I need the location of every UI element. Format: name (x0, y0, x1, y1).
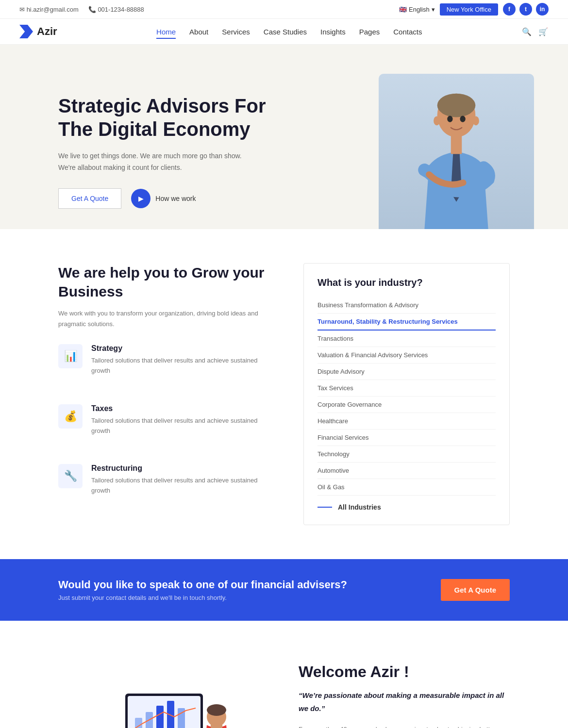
industry-item-5[interactable]: Tax Services (317, 380, 496, 397)
topbar-phone: 001-1234-88888 (88, 6, 144, 13)
svg-point-5 (434, 116, 440, 126)
service-item-taxes: 💰 Taxes Tailored solutions that deliver … (58, 404, 265, 451)
nav-pages[interactable]: Pages (359, 28, 380, 38)
welcome-section: Welcome Azir ! “We’re passionate about m… (0, 621, 568, 728)
services-heading: We are help you to Grow your Business (58, 263, 265, 301)
facebook-icon[interactable]: f (503, 3, 516, 16)
svg-point-4 (460, 116, 466, 122)
welcome-body: For more than 40 years, we've been passi… (299, 724, 510, 728)
get-quote-button[interactable]: Get A Quote (58, 188, 121, 209)
topbar-email: hi.azir@gmail.com (19, 6, 79, 13)
service-items: 📊 Strategy Tailored solutions that deliv… (58, 344, 265, 511)
industry-box: What is your industry? Business Transfor… (303, 263, 510, 525)
strategy-desc: Tailored solutions that deliver results … (91, 356, 265, 376)
hero-subtext: We live to get things done. We are much … (58, 150, 243, 174)
restructuring-icon: 🔧 (58, 464, 83, 488)
nav-contacts[interactable]: Contacts (393, 28, 422, 38)
language-label: English (409, 6, 430, 13)
service-item-strategy: 📊 Strategy Tailored solutions that deliv… (58, 344, 265, 391)
svg-rect-2 (451, 136, 462, 154)
logo[interactable]: Azir (19, 25, 57, 38)
industry-item-8[interactable]: Financial Services (317, 430, 496, 446)
industry-item-2[interactable]: Transactions (317, 331, 496, 347)
twitter-icon[interactable]: t (519, 3, 532, 16)
svg-point-3 (447, 116, 452, 122)
taxes-title: Taxes (91, 404, 265, 413)
svg-point-1 (437, 94, 476, 117)
person-illustration (388, 83, 524, 229)
industry-item-10[interactable]: Automotive (317, 463, 496, 479)
services-section: We are help you to Grow your Business We… (0, 229, 568, 559)
industry-item-0[interactable]: Business Transformation & Advisory (317, 297, 496, 314)
nav-links: Home About Services Case Studies Insight… (156, 28, 422, 36)
cta-heading: Would you like to speak to one of our fi… (58, 579, 347, 591)
cta-button[interactable]: Get A Quote (441, 579, 510, 601)
taxes-desc: Tailored solutions that deliver results … (91, 416, 265, 436)
cta-subtext: Just submit your contact details and we'… (58, 594, 347, 601)
restructuring-title: Restructuring (91, 464, 265, 473)
hero-content: Strategic Advisors For The Digital Econo… (58, 94, 291, 209)
topbar-right: 🇬🇧 English ▾ New York Office f t in (399, 3, 549, 16)
all-industries-line (317, 507, 332, 508)
how-we-work-button[interactable]: ▶ How we work (131, 189, 196, 208)
hero-section: Strategic Advisors For The Digital Econo… (0, 45, 568, 229)
all-industries-link[interactable]: All Industries (317, 503, 496, 511)
strategy-title: Strategy (91, 344, 265, 353)
industry-item-1[interactable]: Turnaround, Stability & Restructuring Se… (317, 314, 496, 331)
svg-point-6 (473, 116, 479, 126)
welcome-illustration (58, 660, 269, 728)
social-icons: f t in (503, 3, 549, 16)
nav-insights[interactable]: Insights (320, 28, 346, 38)
services-right: What is your industry? Business Transfor… (303, 263, 510, 525)
industry-heading: What is your industry? (317, 277, 496, 288)
flag-icon: 🇬🇧 (399, 6, 407, 13)
nav-case-studies[interactable]: Case Studies (264, 28, 307, 38)
industry-item-3[interactable]: Valuation & Financial Advisory Services (317, 347, 496, 364)
welcome-content: Welcome Azir ! “We’re passionate about m… (299, 663, 510, 728)
cta-text: Would you like to speak to one of our fi… (58, 579, 347, 601)
svg-rect-14 (178, 708, 185, 728)
industry-item-9[interactable]: Technology (317, 446, 496, 463)
taxes-icon: 💰 (58, 404, 83, 429)
services-left: We are help you to Grow your Business We… (58, 263, 265, 524)
hero-heading: Strategic Advisors For The Digital Econo… (58, 94, 291, 141)
language-selector[interactable]: 🇬🇧 English ▾ (399, 6, 435, 13)
navbar: Azir Home About Services Case Studies In… (0, 19, 568, 45)
svg-rect-12 (156, 706, 164, 728)
service-text-taxes: Taxes Tailored solutions that deliver re… (91, 404, 265, 451)
hero-image (364, 74, 549, 229)
play-icon: ▶ (131, 189, 150, 208)
industry-item-7[interactable]: Healthcare (317, 413, 496, 430)
industry-item-4[interactable]: Dispute Advisory (317, 364, 496, 380)
linkedin-icon[interactable]: in (536, 3, 549, 16)
logo-icon (19, 25, 33, 38)
industry-list: Business Transformation & Advisory Turna… (317, 297, 496, 496)
topbar: hi.azir@gmail.com 001-1234-88888 🇬🇧 Engl… (0, 0, 568, 19)
nav-right: 🔍 🛒 (521, 26, 549, 37)
welcome-illustration-svg (86, 660, 242, 728)
all-industries-label: All Industries (338, 503, 381, 511)
restructuring-desc: Tailored solutions that deliver results … (91, 476, 265, 496)
chevron-down-icon: ▾ (432, 6, 435, 13)
industry-item-6[interactable]: Corporate Governance (317, 397, 496, 413)
svg-point-25 (207, 704, 226, 716)
welcome-heading: Welcome Azir ! (299, 663, 510, 681)
topbar-left: hi.azir@gmail.com 001-1234-88888 (19, 6, 144, 13)
industry-item-11[interactable]: Oil & Gas (317, 479, 496, 496)
nav-about[interactable]: About (189, 28, 208, 38)
nav-home[interactable]: Home (156, 28, 176, 39)
logo-text: Azir (37, 25, 57, 38)
service-text-strategy: Strategy Tailored solutions that deliver… (91, 344, 265, 391)
search-icon[interactable]: 🔍 (521, 26, 532, 37)
service-text-restructuring: Restructuring Tailored solutions that de… (91, 464, 265, 511)
cart-icon[interactable]: 🛒 (538, 26, 549, 37)
how-we-work-label: How we work (155, 195, 196, 202)
welcome-quote: “We’re passionate about making a measura… (299, 689, 510, 715)
cta-banner: Would you like to speak to one of our fi… (0, 559, 568, 621)
services-subtext: We work with you to transform your organ… (58, 308, 265, 330)
strategy-icon: 📊 (58, 344, 83, 368)
svg-rect-20 (211, 723, 222, 728)
nav-services[interactable]: Services (222, 28, 250, 38)
office-button[interactable]: New York Office (440, 3, 498, 16)
hero-buttons: Get A Quote ▶ How we work (58, 188, 291, 209)
